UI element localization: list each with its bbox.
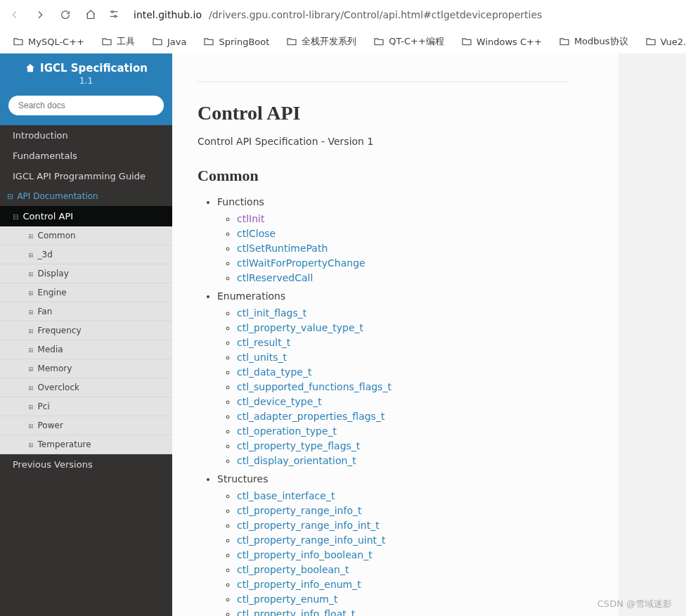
sidebar-caption[interactable]: API Documentation — [0, 186, 172, 206]
api-link[interactable]: ctl_base_interface_t — [237, 490, 335, 501]
api-link[interactable]: ctl_result_t — [237, 337, 290, 348]
api-link[interactable]: ctl_property_range_info_t — [237, 505, 361, 516]
back-button[interactable] — [7, 7, 22, 23]
folder-icon — [203, 36, 214, 47]
bookmark-item[interactable]: SpringBoot — [203, 36, 269, 47]
sidebar-sub-item[interactable]: Memory — [0, 359, 172, 378]
api-group-label: Enumerations — [217, 290, 285, 302]
api-link[interactable]: ctl_property_info_float_t — [237, 608, 355, 616]
home-button[interactable] — [83, 7, 98, 23]
folder-icon — [286, 36, 297, 47]
page-subtitle: Control API Specification - Version 1 — [198, 136, 569, 147]
api-link[interactable]: ctl_units_t — [237, 352, 287, 363]
api-link-item: ctl_base_interface_t — [237, 490, 569, 501]
api-link[interactable]: ctl_init_flags_t — [237, 307, 306, 319]
sidebar: IGCL Specification 1.1 IntroductionFunda… — [0, 53, 172, 616]
section-title: Common — [198, 167, 569, 185]
api-link[interactable]: ctlInit — [237, 213, 264, 224]
sidebar-item[interactable]: IGCL API Programming Guide — [0, 166, 172, 186]
reload-button[interactable] — [58, 7, 73, 23]
api-link[interactable]: ctlSetRuntimePath — [237, 243, 328, 254]
api-link[interactable]: ctl_display_orientation_t — [237, 455, 356, 466]
api-link-item: ctl_result_t — [237, 337, 569, 348]
api-link[interactable]: ctl_device_type_t — [237, 396, 322, 407]
api-link[interactable]: ctlWaitForPropertyChange — [237, 257, 365, 269]
sidebar-sub-item[interactable]: Engine — [0, 283, 172, 302]
api-link[interactable]: ctl_property_value_type_t — [237, 322, 363, 333]
sidebar-sub-item[interactable]: Power — [0, 416, 172, 435]
api-link-item: ctl_units_t — [237, 352, 569, 363]
api-link[interactable]: ctl_property_type_flags_t — [237, 440, 360, 451]
watermark: CSDN @雪域迷影 — [597, 598, 672, 610]
sidebar-version: 1.1 — [0, 76, 172, 86]
api-link-item: ctl_property_info_enum_t — [237, 579, 569, 590]
api-link-item: ctlSetRuntimePath — [237, 243, 569, 254]
folder-icon — [152, 36, 163, 47]
page-title: Control API — [198, 102, 569, 124]
api-link-item: ctl_supported_functions_flags_t — [237, 381, 569, 392]
home-icon — [25, 63, 36, 74]
search-input[interactable] — [8, 96, 164, 115]
api-link-item: ctlClose — [237, 228, 569, 239]
bookmark-label: 工具 — [117, 35, 135, 48]
sidebar-sub-item[interactable]: Display — [0, 264, 172, 283]
sidebar-sub-item[interactable]: Frequency — [0, 321, 172, 340]
url-domain: intel.github.io — [134, 9, 202, 20]
api-link-item: ctl_property_boolean_t — [237, 564, 569, 575]
api-link[interactable]: ctl_property_info_enum_t — [237, 579, 361, 590]
bookmark-item[interactable]: MySQL-C++ — [13, 36, 84, 47]
address-bar[interactable]: intel.github.io/drivers.gpu.control-libr… — [129, 9, 679, 20]
bookmark-item[interactable]: Vue2.0+node.js — [645, 36, 686, 47]
bookmark-item[interactable]: Windows C++ — [461, 36, 542, 47]
api-link-item: ctlInit — [237, 213, 569, 224]
api-link[interactable]: ctlReservedCall — [237, 272, 313, 283]
bookmark-item[interactable]: Modbus协议 — [559, 35, 628, 48]
sidebar-sub-item[interactable]: Fan — [0, 302, 172, 321]
api-link[interactable]: ctlClose — [237, 228, 276, 239]
bookmark-item[interactable]: QT-C++编程 — [373, 35, 444, 48]
site-info-button[interactable] — [108, 8, 119, 22]
bookmark-label: SpringBoot — [219, 37, 269, 47]
sidebar-item-control-api[interactable]: Control API — [0, 206, 172, 226]
sidebar-sub-item[interactable]: Media — [0, 340, 172, 359]
bookmark-label: Modbus协议 — [574, 35, 628, 48]
sidebar-sub-item[interactable]: Temperature — [0, 435, 172, 454]
sidebar-sub-item[interactable]: Common — [0, 226, 172, 245]
api-link-item: ctl_display_orientation_t — [237, 455, 569, 466]
api-link-item: ctl_property_enum_t — [237, 593, 569, 605]
api-link[interactable]: ctl_adapter_properties_flags_t — [237, 411, 384, 422]
sidebar-sub-item[interactable]: Pci — [0, 397, 172, 416]
arrow-right-icon — [34, 9, 46, 20]
bookmark-label: MySQL-C++ — [28, 37, 84, 47]
sidebar-sub-item[interactable]: _3d — [0, 245, 172, 264]
divider — [198, 82, 569, 82]
bookmark-item[interactable]: Java — [152, 36, 186, 47]
api-link[interactable]: ctl_property_range_info_uint_t — [237, 534, 386, 546]
bookmark-item[interactable]: 全栈开发系列 — [286, 35, 356, 48]
api-link-item: ctl_init_flags_t — [237, 307, 569, 319]
api-link[interactable]: ctl_operation_type_t — [237, 425, 337, 437]
sidebar-item[interactable]: Fundamentals — [0, 146, 172, 166]
api-link[interactable]: ctl_property_enum_t — [237, 593, 338, 605]
api-link-item: ctl_property_value_type_t — [237, 322, 569, 333]
api-link[interactable]: ctl_property_range_info_int_t — [237, 520, 380, 531]
folder-icon — [13, 36, 24, 47]
bookmark-label: Vue2.0+node.js — [661, 37, 686, 47]
folder-icon — [559, 36, 570, 47]
api-group-label: Functions — [217, 196, 264, 207]
api-link-item: ctl_property_range_info_int_t — [237, 520, 569, 531]
bookmark-label: 全栈开发系列 — [302, 35, 356, 48]
sidebar-title[interactable]: IGCL Specification — [0, 62, 172, 75]
bookmark-item[interactable]: 工具 — [101, 35, 135, 48]
bookmark-label: QT-C++编程 — [389, 35, 444, 48]
sidebar-item[interactable]: Introduction — [0, 125, 172, 146]
forward-button[interactable] — [32, 7, 48, 23]
api-link[interactable]: ctl_property_info_boolean_t — [237, 549, 373, 560]
sidebar-sub-item[interactable]: Overclock — [0, 378, 172, 397]
api-link[interactable]: ctl_supported_functions_flags_t — [237, 381, 391, 392]
api-link[interactable]: ctl_property_boolean_t — [237, 564, 349, 575]
sidebar-item-previous-versions[interactable]: Previous Versions — [0, 454, 172, 475]
api-link[interactable]: ctl_data_type_t — [237, 366, 311, 378]
api-link-item: ctl_data_type_t — [237, 366, 569, 378]
api-link-item: ctl_operation_type_t — [237, 425, 569, 437]
